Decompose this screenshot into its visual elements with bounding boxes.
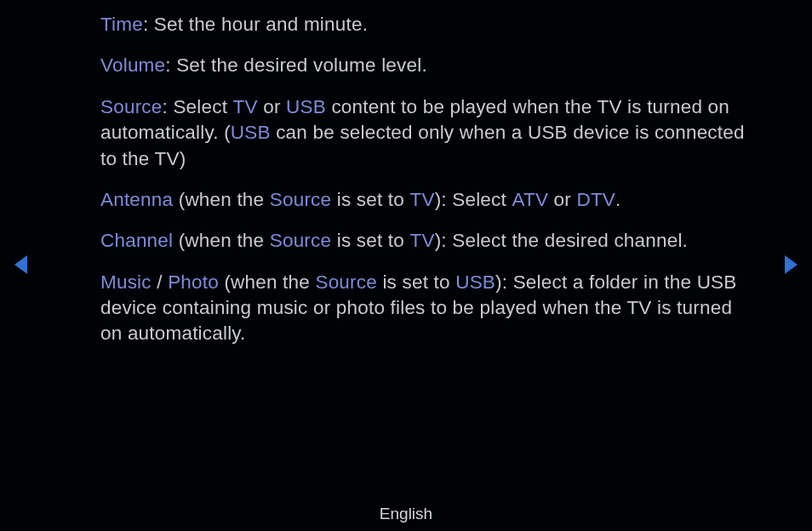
desc-time: : Set the hour and minute. [143,14,368,35]
item-channel: Channel (when the Source is set to TV): … [100,228,756,254]
label-channel: Channel [100,230,173,251]
keyword-source: Source [270,230,332,251]
keyword-tv: TV [409,189,434,210]
label-time: Time [100,14,143,35]
item-time: Time: Set the hour and minute. [100,12,756,37]
help-content: Time: Set the hour and minute. Volume: S… [100,12,756,363]
keyword-tv: TV [409,230,434,251]
item-volume: Volume: Set the desired volume level. [100,53,756,78]
label-antenna: Antenna [100,189,173,210]
keyword-source: Source [270,189,332,210]
keyword-source: Source [315,271,377,293]
item-antenna: Antenna (when the Source is set to TV): … [100,187,756,213]
item-music-photo: Music / Photo (when the Source is set to… [100,270,756,347]
previous-page-arrow[interactable] [14,255,27,274]
label-photo: Photo [168,271,219,293]
next-page-arrow[interactable] [785,255,798,274]
footer-language: English [0,505,812,523]
keyword-usb: USB [286,96,326,117]
label-source: Source [100,96,163,117]
desc-volume: : Set the desired volume level. [165,54,427,76]
label-music: Music [100,271,152,293]
keyword-tv: TV [233,96,258,117]
keyword-usb: USB [455,271,495,293]
item-source: Source: Select TV or USB content to be p… [100,94,756,172]
keyword-dtv: DTV [576,189,615,210]
keyword-atv: ATV [512,189,548,210]
label-volume: Volume [100,54,165,76]
keyword-usb: USB [231,122,271,143]
